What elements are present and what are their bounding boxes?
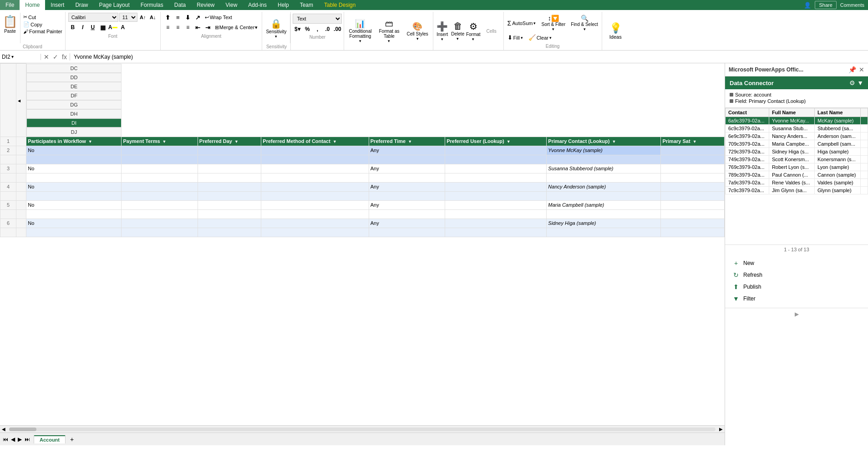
align-center-button[interactable]: ≡ [173,23,183,32]
filter-icon-de[interactable]: ▼ [234,139,239,144]
cell-de-2[interactable] [198,146,261,155]
increase-decimal-button[interactable]: .00 [333,25,342,34]
cell-di-4[interactable]: Nancy Anderson (sample) [547,182,661,191]
cell-di-3[interactable]: Susanna Stubberod (sample) [547,164,661,173]
panel-refresh-button[interactable]: ↻ Refresh [730,270,863,280]
tab-nav-last[interactable]: ⏭ [24,436,31,443]
formula-input[interactable] [70,54,868,60]
font-size-select[interactable]: 11 [119,13,137,22]
formula-cancel-button[interactable]: ✕ [43,53,50,61]
col-header-dh[interactable]: DH [26,109,122,118]
panel-table-row[interactable]: 7c9c3979-02a...Jim Glynn (sa...Glynn (sa… [726,187,868,194]
cell-de-4[interactable] [198,182,261,191]
panel-table-container[interactable]: Contact Full Name Last Name 6a9c3979-02a… [725,108,868,244]
tab-nav-prev[interactable]: ◀ [10,436,16,443]
font-color-button[interactable]: A [118,23,127,32]
cell-dd-5[interactable] [122,200,198,209]
increase-font-size-button[interactable]: A↑ [138,13,147,22]
fill-color-button[interactable]: A [108,23,117,32]
percent-button[interactable]: % [303,25,312,34]
tab-file[interactable]: File [0,0,20,10]
filter-icon-dh[interactable]: ▼ [507,139,511,144]
bold-button[interactable]: B [68,23,77,32]
cell-df-4[interactable] [261,182,369,191]
comma-button[interactable]: , [313,25,322,34]
panel-new-button[interactable]: + New [730,258,863,269]
panel-table-row[interactable]: 6a9c3979-02a...Yvonne McKay...McKay (sam… [726,117,868,125]
cell-dc-4[interactable]: No [26,182,122,191]
cell-dg-4[interactable]: Any [369,182,445,191]
cell-dj-5[interactable] [661,200,725,209]
merge-center-button[interactable]: ⊞ Merge & Center ▾ [213,24,259,31]
format-button[interactable]: ⚙ Format ▾ [466,20,481,42]
col-header-dc[interactable]: DC [26,64,122,73]
panel-pin-icon[interactable]: 📌 [848,66,856,73]
cell-dd-3[interactable] [122,164,198,173]
cell-dc-3[interactable]: No [26,164,122,173]
panel-settings-icon[interactable]: ⚙ [849,79,855,87]
cell-de-6[interactable] [198,219,261,228]
decrease-indent-button[interactable]: ⇤ [193,23,203,32]
tab-nav-next[interactable]: ▶ [17,436,23,443]
delete-button[interactable]: 🗑 Delete ▾ [451,20,465,42]
cell-dc-5[interactable]: No [26,200,122,209]
align-bottom-button[interactable]: ⬇ [183,13,193,22]
paste-button[interactable]: 📋 Paste [0,13,20,43]
cell-dh-6[interactable] [445,219,547,228]
decrease-font-size-button[interactable]: A↓ [148,13,157,22]
cell-dd-2[interactable] [122,146,198,155]
tab-nav-first[interactable]: ⏮ [2,436,9,443]
cell-de-3[interactable] [198,164,261,173]
number-format-select[interactable]: Text [293,14,342,24]
cell-df-5[interactable] [261,200,369,209]
tab-insert[interactable]: Insert [45,0,70,10]
cell-df-6[interactable] [261,219,369,228]
cut-button[interactable]: ✂ Cut [22,14,63,20]
filter-icon-dc[interactable]: ▼ [88,139,92,144]
tab-view[interactable]: View [220,0,243,10]
clear-button[interactable]: 🧹 Clear ▾ [527,33,553,42]
cell-dh-3[interactable] [445,164,547,173]
cell-dj-3[interactable] [661,164,725,173]
filter-icon-di[interactable]: ▼ [612,139,616,144]
cell-dh-5[interactable] [445,200,547,209]
panel-expand-icon[interactable]: ▼ [857,79,863,87]
tab-table-design[interactable]: Table Design [319,0,361,10]
find-select-button[interactable]: 🔍 Find & Select ▾ [569,14,599,32]
cell-dh-4[interactable] [445,182,547,191]
underline-button[interactable]: U [88,23,97,32]
col-header-df[interactable]: DF [26,91,122,100]
tab-page-layout[interactable]: Page Layout [93,0,135,10]
tab-team[interactable]: Team [294,0,319,10]
scroll-thumb[interactable] [9,428,36,431]
cell-di-5[interactable]: Maria Campbell (sample) [547,200,661,209]
add-sheet-button[interactable]: + [66,435,77,444]
cell-dh-2[interactable] [445,146,547,155]
orientation-button[interactable]: ↗ [193,13,203,22]
cell-styles-button[interactable]: 🎨 Cell Styles ▾ [404,13,431,49]
fill-button[interactable]: ⬇ Fill ▾ [506,33,525,42]
sheet-tab-account[interactable]: Account [34,435,66,443]
wrap-text-button[interactable]: ↩ Wrap Text [203,14,233,21]
share-button[interactable]: Share [815,1,836,9]
panel-table-row[interactable]: 709c3979-02a...Maria Campbe...Campbell (… [726,140,868,148]
cell-dj-2[interactable] [661,146,725,155]
col-header-di[interactable]: DI [26,118,122,127]
align-middle-button[interactable]: ≡ [173,13,183,22]
col-header-de[interactable]: DE [26,82,122,91]
panel-table-row[interactable]: 6e9c3979-02a...Nancy Anders...Anderson (… [726,132,868,140]
scroll-right-button[interactable]: ▶ [717,427,725,432]
sheet-container[interactable]: ◀ DC DD DE DF DG DH DI DJ 1 [0,63,725,425]
panel-collapse-button[interactable]: ▶ [725,308,868,320]
format-as-table-button[interactable]: 🗃 Format asTable ▾ [376,13,402,49]
filter-icon-df[interactable]: ▼ [333,139,337,144]
sort-filter-button[interactable]: ↕🔽 Sort & Filter ▾ [539,14,567,32]
tab-review[interactable]: Review [191,0,220,10]
tab-formulas[interactable]: Formulas [135,0,169,10]
scroll-track[interactable] [9,428,716,431]
conditional-formatting-button[interactable]: 📊 ConditionalFormatting ▾ [346,13,374,49]
filter-icon-dg[interactable]: ▼ [408,139,412,144]
cell-dg-3[interactable]: Any [369,164,445,173]
autosum-button[interactable]: Σ AutoSum ▾ [506,14,538,32]
format-painter-button[interactable]: 🖌 Format Painter [22,28,63,35]
